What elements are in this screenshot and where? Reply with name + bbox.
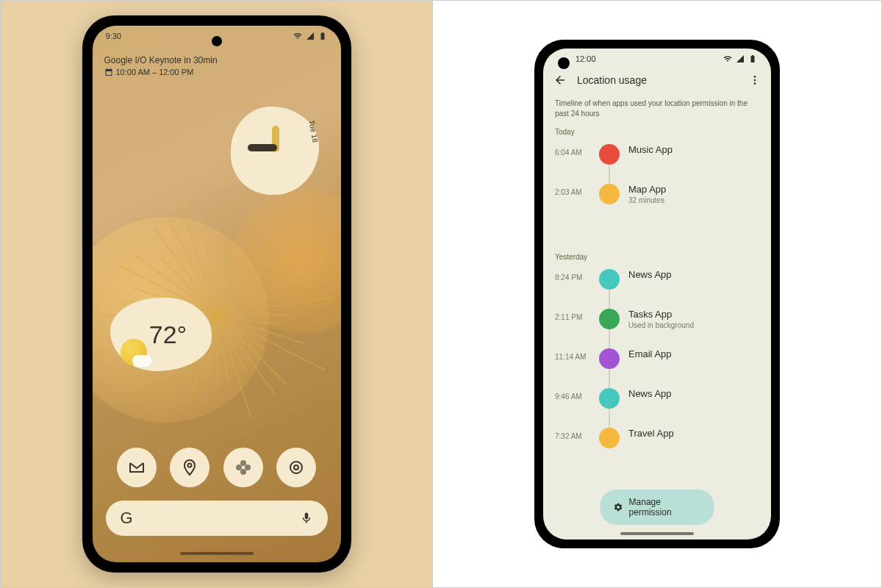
settings-screen[interactable]: 12:00 Location usage Timeline of when ap… [543, 49, 771, 539]
usage-time: 6:04 AM [555, 144, 590, 157]
at-a-glance-widget[interactable]: Google I/O Keynote in 30min 10:00 AM – 1… [104, 55, 218, 76]
wifi-icon [293, 32, 303, 40]
google-g-icon: G [121, 509, 133, 528]
app-dot-icon [599, 269, 620, 290]
app-name: Music App [628, 144, 759, 155]
svg-point-3 [240, 469, 246, 475]
status-time: 12:00 [576, 54, 596, 63]
phone-frame-left: 9:30 Google I/O Keynote in 30min 10:00 A… [82, 15, 351, 573]
app-dot-icon [599, 428, 620, 448]
svg-point-5 [290, 462, 302, 473]
camera-app-icon[interactable] [276, 448, 316, 487]
nav-handle[interactable] [620, 532, 694, 535]
timeline-row[interactable]: 2:03 AMMap App32 minutes [555, 184, 759, 204]
favorites-row [93, 448, 341, 487]
right-panel: 12:00 Location usage Timeline of when ap… [433, 1, 881, 587]
section-yesterday: Yesterday [555, 253, 587, 261]
status-time: 9:30 [106, 32, 121, 40]
front-camera [558, 57, 570, 69]
app-name: News App [628, 269, 759, 280]
event-time: 10:00 AM – 12:00 PM [116, 68, 194, 76]
app-name: Email App [628, 348, 759, 359]
event-title: Google I/O Keynote in 30min [104, 55, 218, 65]
page-description: Timeline of when apps used your location… [555, 98, 759, 119]
app-dot-icon [599, 388, 620, 409]
usage-time: 2:11 PM [555, 309, 590, 321]
weather-temperature: 72° [149, 320, 187, 349]
weather-widget[interactable]: 72° [110, 298, 212, 371]
section-today: Today [555, 128, 575, 136]
timeline-yesterday: 8:24 PMNews App2:11 PMTasks AppUsed in b… [555, 269, 759, 467]
svg-point-4 [236, 465, 242, 470]
app-subtext: Used in background [628, 321, 759, 329]
sun-cloud-icon [121, 339, 147, 365]
manage-permission-label: Manage permission [629, 497, 701, 517]
usage-time: 8:24 PM [555, 269, 590, 282]
page-title: Location usage [577, 74, 647, 86]
svg-point-0 [188, 464, 192, 467]
app-dot-icon [599, 184, 620, 204]
clock-minute-hand [248, 144, 277, 151]
settings-header: Location usage [543, 74, 771, 87]
app-name: Travel App [628, 428, 759, 439]
app-name: News App [628, 388, 759, 399]
app-dot-icon [599, 144, 620, 165]
usage-time: 9:46 AM [555, 388, 590, 401]
phone-frame-right: 12:00 Location usage Timeline of when ap… [534, 40, 780, 548]
status-bar: 12:00 [543, 49, 771, 69]
front-camera [212, 36, 222, 46]
timeline-row[interactable]: 9:46 AMNews App [555, 388, 759, 409]
signal-icon [735, 54, 745, 63]
timeline-row[interactable]: 6:04 AMMusic App [555, 144, 759, 165]
timeline-row[interactable]: 2:11 PMTasks AppUsed in background [555, 309, 759, 329]
search-bar[interactable]: G [106, 501, 328, 536]
usage-time: 7:32 AM [555, 428, 590, 440]
clock-date: Tue 18 [307, 119, 319, 143]
app-subtext: 32 minutes [628, 196, 759, 204]
wifi-icon [723, 54, 733, 63]
usage-time: 2:03 AM [555, 184, 590, 196]
home-screen[interactable]: 9:30 Google I/O Keynote in 30min 10:00 A… [93, 26, 341, 562]
left-panel: 9:30 Google I/O Keynote in 30min 10:00 A… [1, 1, 433, 587]
nav-handle[interactable] [180, 552, 254, 555]
svg-point-7 [754, 76, 756, 78]
status-icons [293, 32, 328, 40]
app-name: Tasks App [628, 309, 759, 320]
usage-time: 11:14 AM [555, 348, 590, 361]
timeline-row[interactable]: 11:14 AMEmail App [555, 348, 759, 369]
gear-icon [614, 502, 623, 512]
signal-icon [305, 32, 315, 40]
svg-point-9 [754, 82, 756, 85]
app-dot-icon [599, 348, 620, 369]
battery-icon [318, 32, 328, 40]
svg-point-8 [754, 79, 756, 82]
timeline-row[interactable]: 7:32 AMTravel App [555, 428, 759, 448]
svg-point-1 [240, 460, 246, 466]
svg-point-2 [245, 465, 251, 470]
battery-icon [747, 54, 758, 63]
app-name: Map App [628, 184, 759, 195]
status-icons [723, 54, 758, 63]
overflow-menu-icon[interactable] [749, 74, 761, 86]
clock-widget[interactable]: Tue 18 [231, 107, 319, 195]
app-dot-icon [599, 309, 620, 329]
manage-permission-button[interactable]: Manage permission [600, 490, 714, 525]
gmail-app-icon[interactable] [117, 448, 157, 487]
calendar-icon [104, 68, 113, 76]
maps-app-icon[interactable] [170, 448, 209, 487]
timeline-row[interactable]: 8:24 PMNews App [555, 269, 759, 290]
mic-icon[interactable] [300, 512, 313, 525]
svg-point-6 [294, 465, 298, 470]
back-arrow-icon[interactable] [553, 74, 567, 87]
photos-app-icon[interactable] [223, 448, 263, 487]
wallpaper-spikes [217, 315, 218, 316]
timeline-today: 6:04 AMMusic App2:03 AMMap App32 minutes [555, 144, 759, 223]
